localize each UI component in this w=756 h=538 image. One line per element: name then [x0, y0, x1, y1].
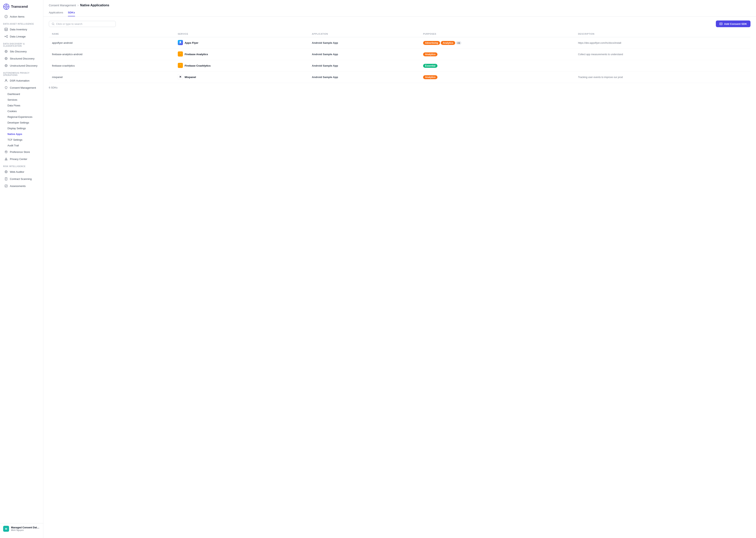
- cell-name: mixpanel: [49, 72, 175, 83]
- sidebar-item-privacy-center[interactable]: Privacy Center: [1, 156, 42, 162]
- sidebar-item-dsr-automation[interactable]: DSR Automation: [1, 77, 42, 84]
- svg-point-19: [5, 151, 7, 152]
- breadcrumb-current: Native Applications: [80, 4, 109, 7]
- cell-description: https://dev.appsflyer.com/hc/docs/instal…: [575, 37, 750, 49]
- sdks-count: 6 SDKs: [49, 86, 750, 89]
- sidebar-sub-item-services[interactable]: Services: [1, 97, 42, 102]
- svg-point-9: [5, 36, 6, 37]
- sidebar-item-label: Preference Store: [10, 150, 30, 153]
- main-content: Consent Management › Native Applications…: [43, 0, 756, 538]
- sidebar-item-label: Structured Discovery: [10, 57, 34, 60]
- privacy-center-icon: [4, 157, 8, 161]
- tab-sdks[interactable]: SDKs: [68, 10, 75, 16]
- search-box[interactable]: [49, 21, 116, 27]
- toolbar: Add Consent SDK: [49, 21, 750, 27]
- sidebar-item-web-auditor[interactable]: Web Auditor: [1, 168, 42, 175]
- cell-purposes: Analytics: [420, 49, 575, 60]
- mixpanel-icon: ✕: [178, 74, 183, 80]
- sidebar-sub-item-label: Cookies: [8, 110, 17, 113]
- silo-discovery-icon: [4, 50, 8, 53]
- sidebar-item-structured-discovery[interactable]: Structured Discovery: [1, 55, 42, 62]
- table-header-row: NAME SERVICE APPLICATION PURPOSES DESCRI…: [49, 31, 750, 37]
- sidebar-sub-item-regional-experiences[interactable]: Regional Experiences: [1, 114, 42, 120]
- sidebar-item-preference-store[interactable]: Preference Store: [1, 148, 42, 155]
- sidebar-item-data-lineage[interactable]: Data Lineage: [1, 33, 42, 40]
- svg-point-11: [7, 37, 8, 38]
- content-area: Add Consent SDK NAME SERVICE APPLICATION…: [43, 17, 756, 538]
- sidebar-sub-item-label: Services: [8, 98, 17, 101]
- sidebar-item-contract-scanning[interactable]: Contract Scanning: [1, 176, 42, 182]
- sidebar-sub-item-label: Display Settings: [8, 127, 26, 130]
- sidebar-item-silo-discovery[interactable]: Silo Discovery: [1, 48, 42, 55]
- brand-logo[interactable]: Transcend: [0, 0, 43, 13]
- table-row[interactable]: firebase-crashlytics Firebase Crashlytic…: [49, 60, 750, 72]
- svg-rect-8: [5, 28, 8, 31]
- table-row[interactable]: mixpanel ✕ MixpanelAndroid Sample AppAna…: [49, 72, 750, 83]
- add-consent-sdk-button[interactable]: Add Consent SDK: [716, 21, 750, 27]
- sidebar-sub-item-display-settings[interactable]: Display Settings: [1, 126, 42, 131]
- sidebar-sub-item-cookies[interactable]: Cookies: [1, 109, 42, 114]
- cell-purposes: AdvertisingAnalytics+1: [420, 37, 575, 49]
- breadcrumb-separator: ›: [77, 4, 78, 7]
- cell-service: Firebase Analytics: [175, 49, 309, 60]
- sidebar-sub-item-dashboard[interactable]: Dashboard: [1, 91, 42, 97]
- section-label-discovery: DATA DISCOVERY & CLASSIFICATION: [0, 40, 43, 48]
- sidebar-sub-item-label: Native Apps: [8, 133, 22, 135]
- cell-purposes: Analytics: [420, 72, 575, 83]
- cell-name: firebase-crashlytics: [49, 60, 175, 72]
- svg-rect-21: [5, 160, 7, 160]
- sidebar-item-action-items[interactable]: Action Items: [1, 13, 42, 20]
- sidebar-item-label: Consent Management: [10, 86, 36, 89]
- user-avatar: M: [3, 526, 9, 532]
- svg-point-10: [7, 35, 8, 36]
- sidebar-item-label: Assessments: [10, 185, 25, 188]
- breadcrumb: Consent Management › Native Applications: [43, 0, 756, 7]
- structured-discovery-icon: [4, 57, 8, 60]
- data-lineage-icon: [4, 35, 8, 38]
- sidebar-item-unstructured-discovery[interactable]: Unstructured Discovery: [1, 62, 42, 69]
- sidebar-sub-item-label: Audit Trail: [8, 144, 19, 147]
- contract-scanning-icon: [4, 177, 8, 181]
- search-input[interactable]: [56, 23, 113, 26]
- action-items-icon: [4, 15, 8, 18]
- sidebar-sub-item-developer-settings[interactable]: Developer Settings: [1, 120, 42, 125]
- sidebar-sub-item-audit-trail[interactable]: Audit Trail: [1, 143, 42, 148]
- sidebar-item-label: Action Items: [10, 15, 24, 18]
- sidebar-item-label: Web Auditor: [10, 170, 24, 173]
- assessments-icon: [4, 184, 8, 188]
- sidebar-item-assessments[interactable]: Assessments: [1, 183, 42, 189]
- brand-logo-icon: [3, 4, 10, 10]
- sidebar: Transcend Action Items DATA ASSET INTELL…: [0, 0, 43, 538]
- svg-point-18: [6, 80, 7, 81]
- sidebar-item-label: DSR Automation: [10, 79, 29, 82]
- section-label-data-asset: DATA ASSET INTELLIGENCE: [0, 20, 43, 26]
- sidebar-sub-item-label: Data Flows: [8, 104, 20, 107]
- consent-management-icon: [4, 86, 8, 89]
- cell-application: Android Sample App: [309, 37, 420, 49]
- sidebar-sub-item-data-flows[interactable]: Data Flows: [1, 103, 42, 108]
- user-profile[interactable]: M Managed Consent Database De Minh Nguye…: [0, 523, 43, 534]
- sidebar-item-label: Silo Discovery: [10, 50, 27, 53]
- table-row[interactable]: firebase-analytics-android Firebase Anal…: [49, 49, 750, 60]
- sidebar-item-data-inventory[interactable]: Data Inventory: [1, 26, 42, 33]
- sidebar-sub-item-native-apps[interactable]: Native Apps: [1, 132, 42, 137]
- cell-service: ✕ Mixpanel: [175, 72, 309, 83]
- appsflyer-icon: [178, 40, 183, 46]
- sidebar-sub-item-tcf-settings[interactable]: TCF Settings: [1, 137, 42, 142]
- col-header-name: NAME: [49, 31, 175, 37]
- section-label-risk: RISK INTELLIGENCE: [0, 163, 43, 168]
- cell-description: [575, 60, 750, 72]
- preference-store-icon: [4, 150, 8, 154]
- tab-applications[interactable]: Applications: [49, 10, 63, 16]
- sidebar-sub-item-label: Developer Settings: [8, 121, 29, 124]
- cell-purposes: Essential: [420, 60, 575, 72]
- cell-service: Firebase Crashlytics: [175, 60, 309, 72]
- cell-description: Collect app measurements to understand: [575, 49, 750, 60]
- table-row[interactable]: appsflyer-android Apps FlyerAndroid Samp…: [49, 37, 750, 49]
- col-header-description: DESCRIPTION: [575, 31, 750, 37]
- tabs-bar: Applications SDKs: [43, 7, 756, 17]
- breadcrumb-parent[interactable]: Consent Management: [49, 4, 76, 7]
- sidebar-item-label: Unstructured Discovery: [10, 64, 37, 67]
- sidebar-item-consent-management[interactable]: Consent Management: [1, 84, 42, 91]
- dsr-automation-icon: [4, 79, 8, 82]
